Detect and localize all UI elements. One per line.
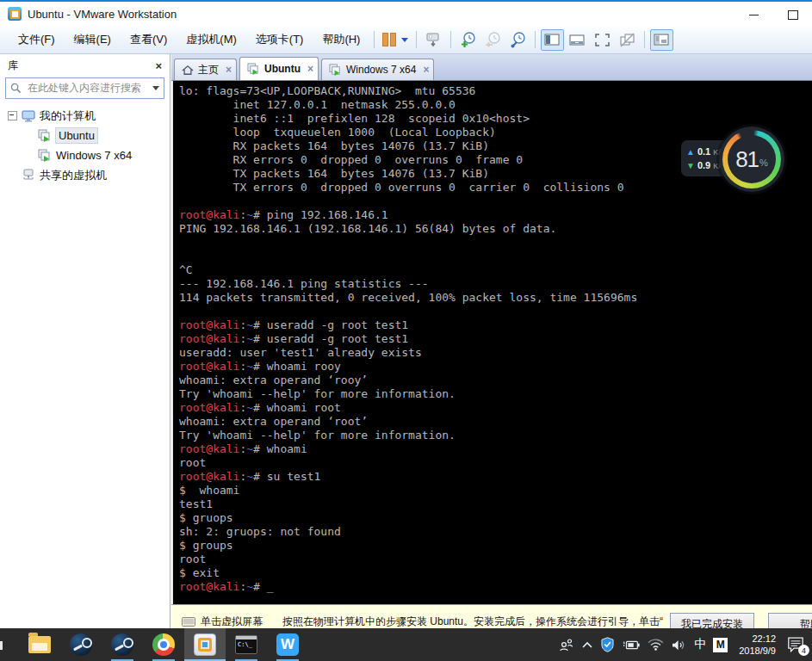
menu-tabs[interactable]: 选项卡(T): [246, 27, 313, 53]
computer-icon: [22, 110, 35, 122]
steam-icon: [70, 633, 92, 656]
tab-windows7[interactable]: Windows 7 x64 ×: [321, 59, 434, 80]
unity-mode-icon: [619, 33, 635, 47]
snapshot-manager-icon: [510, 31, 527, 48]
command-prompt-icon: [235, 635, 257, 654]
file-explorer-icon: [28, 636, 51, 653]
taskbar-vmware-active[interactable]: [184, 628, 226, 661]
tree-item-ubuntu[interactable]: Ubuntu: [0, 126, 170, 145]
download-arrow-icon: ▼: [686, 161, 695, 171]
tree-item-label: Windows 7 x64: [56, 149, 132, 162]
library-sidebar: 库 × 在此处键入内容进行搜索 我的计算机: [0, 54, 170, 628]
ctrl-alt-del-icon: [425, 32, 442, 48]
library-toggle-button[interactable]: [650, 29, 673, 51]
thumbnail-bar-button[interactable]: [566, 29, 589, 51]
tab-ubuntu[interactable]: Ubuntu ×: [239, 57, 319, 80]
tree-item-my-computer[interactable]: 我的计算机: [0, 106, 170, 126]
menu-view[interactable]: 查看(V): [121, 27, 177, 53]
vm-tree: 我的计算机 Ubuntu Windows 7 x64: [0, 106, 170, 185]
taskbar-steam[interactable]: [60, 628, 102, 661]
tab-label: 主页: [198, 63, 219, 77]
tree-item-label: Ubuntu: [56, 128, 97, 143]
menu-help[interactable]: 帮助(H): [313, 27, 369, 53]
maximize-button[interactable]: [773, 3, 812, 26]
tab-home[interactable]: 主页 ×: [174, 59, 237, 80]
taskbar-wps[interactable]: W: [267, 628, 308, 661]
snapshot-manager-button[interactable]: [506, 29, 530, 51]
upload-arrow-icon: ▲: [686, 147, 695, 158]
battery-icon[interactable]: [622, 639, 641, 651]
notification-count-badge: 4: [798, 645, 809, 656]
menu-file[interactable]: 文件(F): [9, 27, 65, 53]
gauge-percent-value: 81: [735, 146, 759, 173]
minimize-icon: [749, 15, 759, 15]
security-shield-icon[interactable]: [600, 637, 615, 652]
console-view-button[interactable]: [541, 29, 564, 51]
tray-expand-chevron-icon[interactable]: [581, 641, 593, 649]
fullscreen-button[interactable]: [591, 29, 614, 51]
vm-icon: [247, 63, 260, 76]
memory-gauge-ball[interactable]: 81 %: [719, 127, 784, 192]
tab-label: Windows 7 x64: [346, 64, 416, 76]
library-close-button[interactable]: ×: [155, 59, 162, 72]
search-placeholder: 在此处键入内容进行搜索: [28, 81, 149, 96]
send-ctrl-alt-del-button[interactable]: [422, 29, 445, 51]
tab-close-icon[interactable]: ×: [307, 63, 313, 75]
toolbar-separator: [416, 31, 417, 48]
tree-item-windows7[interactable]: Windows 7 x64: [0, 145, 170, 165]
taskbar-apps: W: [19, 628, 308, 661]
wifi-icon[interactable]: [648, 639, 664, 651]
unity-mode-button[interactable]: [616, 29, 639, 51]
minimize-button[interactable]: [735, 3, 773, 26]
clock-time: 22:12: [739, 633, 776, 645]
chrome-icon: [152, 633, 175, 656]
menu-toolbar: 文件(F) 编辑(E) 查看(V) 虚拟机(M) 选项卡(T) 帮助(H): [0, 26, 812, 54]
library-search-box[interactable]: 在此处键入内容进行搜索: [5, 77, 164, 99]
toolbar-separator: [450, 31, 451, 48]
revert-snapshot-button[interactable]: [481, 29, 505, 51]
chevron-down-icon[interactable]: [401, 38, 408, 42]
taskbar-command-prompt[interactable]: [226, 628, 267, 661]
tab-label: Ubuntu: [264, 63, 301, 75]
menu-edit[interactable]: 编辑(E): [65, 27, 121, 53]
tab-close-icon[interactable]: ×: [423, 64, 429, 76]
taskbar-chrome[interactable]: [143, 628, 184, 661]
maximize-icon: [788, 10, 798, 20]
taskbar-file-explorer[interactable]: [19, 628, 60, 661]
gauge-center: 81 %: [728, 135, 776, 183]
tab-close-icon[interactable]: ×: [226, 64, 232, 76]
system-tray: 中 M 22:12 2018/9/9 4: [559, 628, 812, 661]
snapshot-revert-icon: [485, 31, 502, 48]
gauge-percent-sign: %: [759, 158, 768, 168]
vm-icon: [38, 149, 52, 163]
people-icon[interactable]: [559, 638, 574, 652]
search-icon: [10, 83, 22, 94]
input-language-indicator[interactable]: 中: [694, 637, 706, 652]
fullscreen-icon: [594, 33, 611, 47]
vmware-icon: [194, 633, 216, 656]
thumbnail-bar-icon: [569, 33, 586, 47]
taskbar-steam-running[interactable]: [102, 628, 143, 661]
tree-item-shared-vms[interactable]: 共享的虚拟机: [0, 165, 170, 185]
vmware-app-icon: [8, 7, 22, 21]
hint-left-label: 单击虚拟屏幕: [201, 615, 263, 629]
ime-mode-badge[interactable]: M: [713, 638, 728, 652]
tree-item-label: 共享的虚拟机: [40, 168, 107, 183]
take-snapshot-button[interactable]: [456, 29, 480, 51]
search-dropdown-icon[interactable]: [152, 86, 159, 90]
volume-icon[interactable]: [671, 639, 687, 652]
snapshot-clock-plus-icon: [460, 31, 477, 48]
tree-item-label: 我的计算机: [40, 108, 96, 124]
taskbar-clock[interactable]: 22:12 2018/9/9: [739, 633, 776, 657]
pause-icon: [390, 33, 396, 46]
library-title: 库: [8, 59, 18, 73]
window-titlebar: Ubuntu - VMware Workstation: [0, 0, 812, 26]
console-view-icon: [544, 33, 561, 47]
toolbar-separator: [535, 31, 536, 48]
shared-vm-icon: [22, 169, 35, 182]
hint-message: 按照在物理计算机中的步骤安装 Ubuntu。安装完成后，操作系统会进行引导，单击…: [273, 605, 670, 629]
tree-collapse-icon[interactable]: [8, 111, 17, 120]
action-center-button[interactable]: 4: [787, 636, 806, 653]
menu-vm[interactable]: 虚拟机(M): [177, 27, 246, 53]
suspend-vm-button[interactable]: [379, 29, 412, 51]
